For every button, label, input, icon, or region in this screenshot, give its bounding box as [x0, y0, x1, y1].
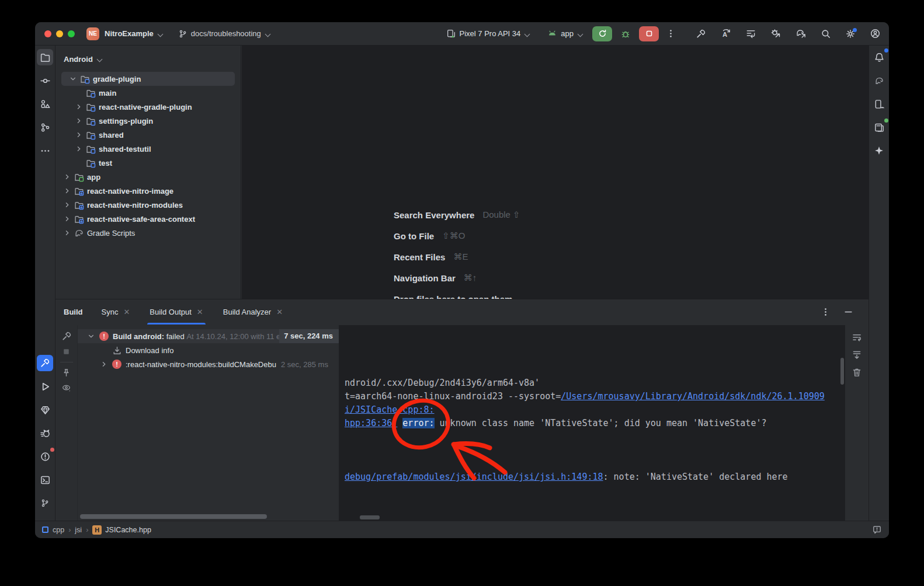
project-tree-item[interactable]: shared-testutil	[55, 142, 241, 156]
settings-gear-button[interactable]	[845, 29, 856, 39]
project-selector[interactable]: NitroExample	[105, 29, 163, 38]
gradle-elephant-tool-button[interactable]	[871, 72, 887, 89]
build-tab-sync[interactable]: Sync✕	[102, 299, 130, 325]
chevron-slot	[61, 187, 73, 195]
console-line	[345, 457, 845, 470]
project-tree-item[interactable]: app	[55, 170, 241, 184]
project-tree-item[interactable]: react-native-nitro-modules	[55, 198, 241, 212]
rerun-button[interactable]	[592, 26, 612, 41]
running-devices-tool-button[interactable]	[871, 119, 887, 135]
vcs-graph-tool-button[interactable]	[37, 119, 53, 135]
android-icon	[547, 29, 557, 39]
project-tree-item[interactable]: react-native-nitro-image	[55, 184, 241, 198]
shortcut-hint-row: Navigation Bar⌘↑	[394, 267, 520, 288]
problems-tool-button[interactable]	[37, 448, 53, 465]
build-tabs: Sync✕Build Output✕Build Analyzer✕	[102, 299, 283, 325]
console-file-link[interactable]: i/JSICache.cpp:8:	[345, 404, 435, 415]
close-window-icon[interactable]	[44, 30, 51, 37]
console-file-link[interactable]: hpp:36:36:	[345, 418, 397, 428]
vertical-scrollbar[interactable]	[840, 358, 844, 385]
stop-disabled-button[interactable]	[61, 347, 71, 357]
project-tree-item[interactable]: shared	[55, 128, 241, 142]
project-tree-item[interactable]: settings-plugin	[55, 114, 241, 128]
project-tree-item[interactable]: gradle-plugin	[61, 72, 235, 86]
resource-manager-tool-button[interactable]	[37, 96, 53, 112]
chevron-down-icon	[69, 75, 77, 83]
chevron-right-icon	[63, 229, 71, 237]
build-tool-hammer-tool-button[interactable]	[37, 355, 53, 371]
commit-tool-button[interactable]	[37, 72, 53, 89]
build-console[interactable]: ndroid/.cxx/Debug/2nd4i3y6/arm64-v8a't=a…	[339, 325, 845, 521]
close-tab-icon[interactable]: ✕	[197, 308, 203, 316]
breadcrumb-item[interactable]: cpp	[53, 526, 64, 534]
stop-button[interactable]	[639, 26, 659, 41]
stop-square-icon	[644, 29, 654, 39]
gradle-sync-button[interactable]	[796, 28, 807, 39]
scroll-to-end-button[interactable]	[852, 350, 862, 360]
project-tree-item[interactable]: react-native-safe-area-context	[55, 212, 241, 226]
build-tab-build-output[interactable]: Build Output✕	[150, 299, 203, 325]
close-tab-icon[interactable]: ✕	[276, 308, 283, 316]
debug-button[interactable]	[620, 29, 631, 39]
rerun-build-hammer-button[interactable]	[61, 331, 72, 341]
close-tab-icon[interactable]: ✕	[123, 308, 130, 316]
horizontal-scrollbar[interactable]	[360, 515, 380, 519]
breadcrumb-item[interactable]: JSICache.hpp	[105, 526, 151, 534]
project-tree-item[interactable]: main	[55, 86, 241, 100]
build-step-label: :react-native-nitro-modules:buildCMakeDe…	[126, 360, 276, 369]
sync-translate-button[interactable]: A	[720, 28, 731, 39]
tab-label: Sync	[102, 308, 119, 316]
version-control-tool-button[interactable]	[37, 495, 53, 511]
hide-tool-window-button[interactable]	[843, 307, 853, 317]
notifications-bell-tool-button[interactable]	[871, 49, 887, 65]
maximize-window-icon[interactable]	[68, 30, 75, 37]
pin-button[interactable]	[61, 368, 71, 378]
console-line: i/JSICache.cpp:8:	[345, 403, 845, 417]
tree-item-label: settings-plugin	[99, 117, 153, 125]
breadcrumb-item[interactable]: jsi	[75, 526, 82, 534]
project-tree-item[interactable]: Gradle Scripts	[55, 226, 241, 240]
build-variants-button[interactable]	[745, 28, 756, 39]
soft-wrap-button[interactable]	[852, 332, 862, 343]
module-folder-blue-icon	[85, 130, 96, 140]
run-configuration-selector[interactable]: app	[547, 29, 583, 39]
build-tree-row[interactable]: !Build android: failed At 14.10.24, 12:0…	[78, 329, 339, 343]
gemini-sparkle-tool-button[interactable]	[871, 142, 887, 159]
app-insights-gem-tool-button[interactable]	[37, 402, 53, 418]
branch-selector[interactable]: docs/troubleshooting	[178, 29, 270, 39]
more-actions-button[interactable]	[666, 29, 676, 39]
clear-all-trash-button[interactable]	[852, 367, 862, 378]
shortcut-hint-row: Search EverywhereDouble ⇧	[394, 204, 520, 225]
build-options-button[interactable]	[821, 307, 831, 317]
download-icon	[110, 346, 123, 355]
attach-debugger-button[interactable]	[770, 28, 781, 39]
device-manager-tool-button[interactable]	[871, 96, 887, 112]
build-tab-build-analyzer[interactable]: Build Analyzer✕	[223, 299, 283, 325]
module-folder-blue-icon	[85, 116, 96, 126]
user-avatar-button[interactable]	[870, 28, 881, 39]
project-tree-item[interactable]: test	[55, 156, 241, 170]
chevron-slot	[73, 145, 85, 153]
project-tree-item[interactable]: react-native-gradle-plugin	[55, 100, 241, 114]
horizontal-scrollbar[interactable]	[80, 514, 267, 519]
build-tree-row[interactable]: Download info	[78, 343, 339, 357]
more-tools-tool-button[interactable]	[37, 142, 53, 159]
minimize-window-icon[interactable]	[56, 30, 63, 37]
console-text	[397, 418, 402, 428]
preview-eye-button[interactable]	[61, 383, 71, 393]
build-tree-row[interactable]: !:react-native-nitro-modules:buildCMakeD…	[78, 357, 339, 371]
notifications-hint-icon[interactable]	[872, 525, 882, 535]
tree-item-label: react-native-nitro-image	[87, 187, 173, 196]
module-folder-blue-icon	[85, 102, 96, 112]
build-hammer-button[interactable]	[696, 29, 706, 39]
run-play-tool-button[interactable]	[37, 378, 53, 395]
project-view-selector[interactable]: Android	[55, 46, 241, 65]
console-file-link[interactable]: /Users/mrousavy/Library/Android/sdk/ndk/…	[561, 391, 825, 402]
logcat-cat-tool-button[interactable]	[37, 425, 53, 441]
device-selector[interactable]: Pixel 7 Pro API 34	[446, 29, 530, 39]
breadcrumb-separator: ›	[68, 526, 71, 534]
console-file-link[interactable]: debug/prefab/modules/jsi/include/jsi/jsi…	[345, 472, 603, 482]
project-folder-tool-button[interactable]	[37, 49, 53, 65]
search-button[interactable]	[821, 29, 831, 39]
terminal-tool-button[interactable]	[37, 472, 53, 488]
